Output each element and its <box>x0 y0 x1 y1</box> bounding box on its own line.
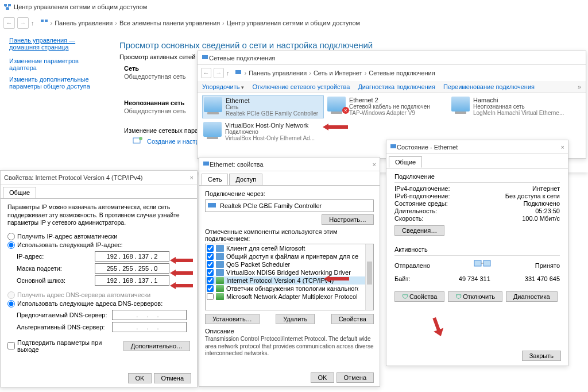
activity-heading: Активность <box>394 246 560 253</box>
component-item[interactable]: QoS Packet Scheduler <box>206 260 373 268</box>
sidebar-home[interactable]: Панель управления — домашняя страница <box>9 37 106 51</box>
forward-icon[interactable]: → <box>214 68 224 78</box>
gateway-input[interactable]: 192 . 168 . 137 . 1 <box>95 275 169 286</box>
connection-item[interactable]: Ethernet Сеть Realtek PCIe GBE Family Co… <box>202 95 324 118</box>
back-icon[interactable]: ← <box>3 17 15 29</box>
svg-rect-10 <box>235 70 241 74</box>
preferred-dns-input[interactable]: . . . <box>112 310 187 320</box>
tab-network[interactable]: Сеть <box>202 174 228 185</box>
ethernet-icon <box>203 122 222 137</box>
breadcrumb-item[interactable]: Сетевые подключения <box>369 70 435 76</box>
note-text: Параметры IP можно назначать автоматичес… <box>7 203 190 227</box>
activity-icon <box>472 258 493 273</box>
tab-general[interactable]: Общие <box>389 156 422 168</box>
forward-icon[interactable]: → <box>17 17 29 29</box>
window-title: Сетевые подключения <box>209 55 275 62</box>
svg-rect-2 <box>6 7 9 10</box>
sidebar-sharing[interactable]: Изменить дополнительные параметры общего… <box>9 76 106 90</box>
breadcrumb-item[interactable]: Сеть и Интернет <box>314 70 362 76</box>
x-icon: × <box>342 107 349 114</box>
ok-button[interactable]: OK <box>311 372 335 383</box>
ok-button[interactable]: OK <box>128 373 152 383</box>
ethernet-icon <box>203 160 210 168</box>
component-item[interactable]: Общий доступ к файлам и принтерам для се… <box>206 252 373 260</box>
disable-device-button[interactable]: Отключение сетевого устройства <box>252 83 350 90</box>
protocol-icon <box>216 293 224 300</box>
svg-marker-20 <box>170 270 193 276</box>
properties-button[interactable]: Свойства <box>331 314 374 324</box>
ethernet-icon <box>390 143 397 151</box>
rename-button[interactable]: Переименование подключения <box>443 83 535 90</box>
breadcrumb-item[interactable]: Центр управления сетями и общим доступом <box>227 20 360 26</box>
svg-line-4 <box>7 6 9 7</box>
svg-marker-21 <box>170 282 193 289</box>
component-item[interactable]: Microsoft Network Adapter Multiplexor Pr… <box>206 293 373 301</box>
properties-button[interactable]: 🛡Свойства <box>394 291 444 302</box>
protocol-icon <box>216 277 224 284</box>
ethernet-icon <box>451 97 470 112</box>
close-icon[interactable]: × <box>190 174 194 181</box>
svg-rect-5 <box>41 20 44 22</box>
disable-button[interactable]: 🛡Отключить <box>448 291 502 302</box>
validate-checkbox[interactable] <box>7 342 15 349</box>
breadcrumb-item[interactable]: Все элементы панели управления <box>119 20 220 26</box>
ethernet-icon <box>204 97 222 112</box>
manual-ip-radio[interactable] <box>7 241 15 249</box>
back-icon[interactable]: ← <box>201 68 211 78</box>
component-item[interactable]: Клиент для сетей Microsoft <box>206 244 373 252</box>
diagnose-button[interactable]: Диагностика подключения <box>358 83 435 90</box>
install-button[interactable]: Установить… <box>205 314 260 324</box>
tab-general[interactable]: Общие <box>3 187 36 198</box>
svg-rect-13 <box>390 144 396 148</box>
cancel-button[interactable]: Отмена <box>336 372 374 383</box>
svg-rect-6 <box>45 20 48 22</box>
service-icon <box>216 253 224 260</box>
svg-marker-19 <box>170 257 193 264</box>
window-title: Свойства: Internet Protocol Version 4 (T… <box>4 174 143 181</box>
service-icon <box>216 269 224 276</box>
shield-icon: 🛡 <box>455 293 462 300</box>
window-title: Состояние - Ethernet <box>397 144 458 151</box>
auto-dns-radio <box>7 291 15 299</box>
svg-marker-22 <box>430 317 446 338</box>
subnet-mask-input[interactable]: 255 . 255 . 255 . 0 <box>95 263 169 274</box>
svg-rect-1 <box>8 4 11 6</box>
alternate-dns-input[interactable]: . . . <box>112 322 187 332</box>
svg-rect-12 <box>208 203 216 207</box>
svg-rect-11 <box>203 162 209 166</box>
cancel-button[interactable]: Отмена <box>154 373 191 383</box>
service-icon <box>216 261 224 268</box>
remove-button[interactable]: Удалить <box>276 314 315 324</box>
up-icon[interactable]: ↑ <box>31 20 34 26</box>
close-icon[interactable]: × <box>373 161 376 168</box>
svg-point-8 <box>139 137 142 140</box>
adapter-icon <box>207 202 216 210</box>
advanced-button[interactable]: Дополнительно… <box>123 341 190 351</box>
connection-item[interactable]: VirtualBox Host-Only Network Подключено … <box>202 121 324 143</box>
svg-marker-18 <box>324 275 349 282</box>
auto-ip-radio[interactable] <box>7 233 15 240</box>
breadcrumb-item[interactable]: Панель управления <box>55 20 113 26</box>
sidebar-adapter[interactable]: Изменение параметров адаптера <box>9 57 106 71</box>
ip-address-input[interactable]: 192 . 168 . 137 . 2 <box>95 251 169 262</box>
connection-item[interactable]: × Ethernet 2 Сетевой кабель не подключен… <box>326 95 448 118</box>
details-button[interactable]: Сведения… <box>394 225 444 236</box>
svg-rect-9 <box>202 55 208 59</box>
bytes-received: 331 470 645 <box>525 275 560 282</box>
bytes-sent: 49 734 311 <box>459 275 490 282</box>
organize-menu[interactable]: Упорядочить <box>202 83 244 90</box>
svg-rect-14 <box>474 260 481 266</box>
close-icon[interactable]: × <box>561 144 564 151</box>
manual-dns-radio[interactable] <box>7 300 15 308</box>
close-button[interactable]: Закрыть <box>522 351 561 361</box>
connection-item[interactable]: Hamachi Неопознанная сеть LogMeIn Hamach… <box>450 95 572 118</box>
component-item[interactable]: Ответчик обнаружения топологии канальног… <box>206 285 373 293</box>
network-connections-icon <box>201 53 209 63</box>
network-center-icon <box>3 3 11 11</box>
scrollbar[interactable] <box>365 244 373 310</box>
tab-access[interactable]: Доступ <box>229 174 262 185</box>
connect-via-label: Подключение через: <box>205 190 374 197</box>
configure-button[interactable]: Настроить… <box>322 214 374 225</box>
breadcrumb-item[interactable]: Панель управления <box>249 70 307 76</box>
diagnose-button[interactable]: Диагностика <box>506 291 558 302</box>
